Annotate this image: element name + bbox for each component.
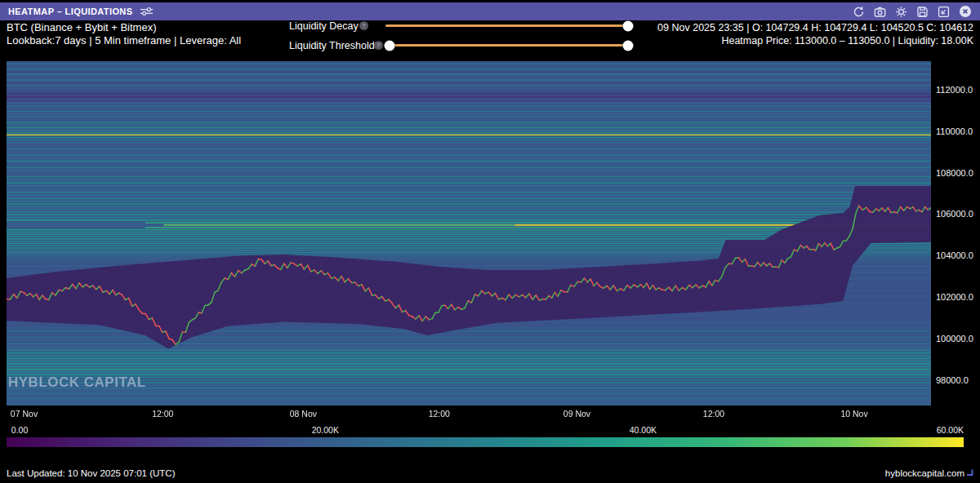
time-axis: 07 Nov12:0008 Nov12:0009 Nov12:0010 Nov bbox=[7, 409, 931, 420]
price-axis-label: 100000.0 bbox=[936, 334, 973, 343]
liquidation-heatmap-canvas[interactable] bbox=[7, 61, 931, 405]
time-axis-label: 09 Nov bbox=[564, 409, 590, 419]
time-axis-label: 12:00 bbox=[152, 409, 173, 419]
ohlc-readout: 09 Nov 2025 23:35 | O: 104729.4 H: 10472… bbox=[657, 21, 973, 34]
lookback-label: Lookback:7 days | 5 Min timeframe | Leve… bbox=[7, 34, 241, 47]
liquidity-threshold-low-handle[interactable] bbox=[385, 40, 395, 51]
liquidity-threshold-high-handle[interactable] bbox=[623, 40, 634, 51]
time-axis-label: 12:00 bbox=[429, 409, 450, 419]
price-axis-label: 106000.0 bbox=[936, 209, 973, 219]
window-title: HEATMAP – LIQUIDATIONS bbox=[8, 7, 132, 16]
close-icon[interactable] bbox=[959, 5, 972, 18]
symbol-label: BTC (Binance + Bybit + Bitmex) bbox=[7, 21, 241, 34]
price-axis-label: 110000.0 bbox=[936, 126, 973, 136]
liquidity-decay-info-icon[interactable]: ? bbox=[359, 21, 368, 30]
fullscreen-icon[interactable] bbox=[938, 6, 950, 18]
settings-gear-icon[interactable] bbox=[895, 6, 907, 18]
sliders-icon[interactable] bbox=[140, 7, 154, 16]
price-axis-label: 108000.0 bbox=[936, 168, 973, 178]
liquidity-decay-slider[interactable] bbox=[385, 24, 628, 27]
time-axis-label: 07 Nov bbox=[11, 409, 38, 419]
colorbar-tick-label: 40.00K bbox=[630, 425, 657, 435]
liquidity-decay-label: Liquidity Decay bbox=[289, 20, 359, 32]
footer: Last Updated: 10 Nov 2025 07:01 (UTC) hy… bbox=[0, 463, 980, 483]
camera-icon[interactable] bbox=[874, 6, 886, 18]
price-axis: 112000.0110000.0108000.0106000.0104000.0… bbox=[936, 61, 980, 405]
price-axis-label: 112000.0 bbox=[936, 85, 973, 95]
ohlc-block: 09 Nov 2025 23:35 | O: 104729.4 H: 10472… bbox=[657, 21, 973, 47]
symbol-block: BTC (Binance + Bybit + Bitmex) Lookback:… bbox=[7, 21, 241, 47]
liquidity-threshold-slider[interactable] bbox=[390, 44, 628, 47]
time-axis-label: 08 Nov bbox=[290, 409, 317, 419]
colorbar-tick-label: 20.00K bbox=[312, 425, 339, 435]
price-axis-label: 104000.0 bbox=[936, 250, 973, 260]
price-axis-label: 102000.0 bbox=[936, 292, 973, 302]
last-updated-label: Last Updated: 10 Nov 2025 07:01 (UTC) bbox=[7, 468, 175, 478]
colorbar-gradient bbox=[7, 437, 964, 447]
time-axis-label: 10 Nov bbox=[840, 409, 867, 419]
heatmap-price-readout: Heatmap Price: 113000.0 – 113050.0 | Liq… bbox=[657, 34, 973, 47]
colorbar-tick-label: 0.00 bbox=[11, 425, 28, 435]
save-icon[interactable] bbox=[916, 6, 929, 18]
external-link-corner-icon bbox=[966, 468, 973, 478]
liquidity-threshold-info-icon[interactable]: ? bbox=[374, 41, 383, 50]
colorbar-labels: 0.0020.00K40.00K60.00K bbox=[7, 425, 964, 436]
liquidity-decay-handle[interactable] bbox=[623, 20, 634, 31]
liquidity-threshold-label: Liquidity Threshold bbox=[289, 40, 375, 51]
time-axis-label: 12:00 bbox=[703, 409, 724, 419]
price-axis-label: 98000.0 bbox=[936, 375, 969, 385]
refresh-icon[interactable] bbox=[853, 6, 865, 18]
titlebar: HEATMAP – LIQUIDATIONS bbox=[0, 2, 980, 20]
colorbar-tick-label: 60.00K bbox=[937, 425, 964, 435]
site-link[interactable]: hyblockcapital.com bbox=[885, 468, 964, 478]
